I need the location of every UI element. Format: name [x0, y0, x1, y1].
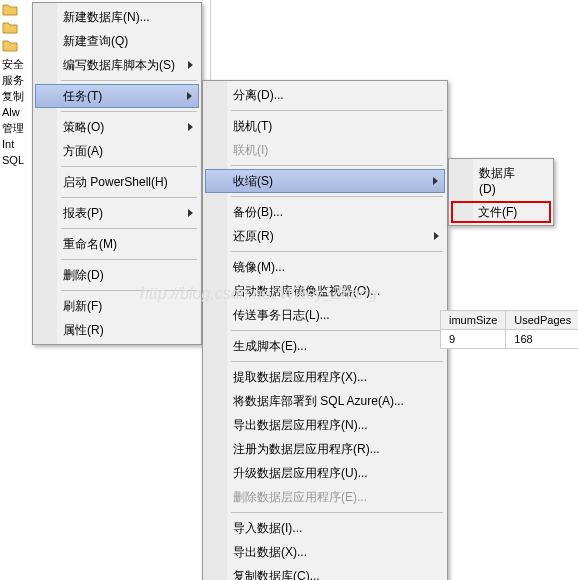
menu-separator — [231, 110, 443, 111]
context-menu-shrink: 数据库(D)文件(F) — [448, 158, 554, 226]
menu-item-import-data[interactable]: 导入数据(I)... — [205, 516, 445, 540]
menu-separator — [231, 361, 443, 362]
column-header[interactable]: imumSize — [441, 311, 506, 330]
menu-item-script-db[interactable]: 编写数据库脚本为(S) — [35, 53, 199, 77]
menu-item-export-data[interactable]: 导出数据(X)... — [205, 540, 445, 564]
submenu-arrow-icon — [434, 232, 439, 240]
menu-item-label: 导出数据层应用程序(N)... — [233, 418, 368, 432]
menu-item-facet[interactable]: 方面(A) — [35, 139, 199, 163]
menu-item-ship-log[interactable]: 传送事务日志(L)... — [205, 303, 445, 327]
menu-item-label: 备份(B)... — [233, 205, 283, 219]
menu-item-label: 数据库(D) — [479, 166, 515, 196]
menu-item-policy[interactable]: 策略(O) — [35, 115, 199, 139]
menu-separator — [61, 290, 197, 291]
menu-separator — [61, 166, 197, 167]
tree-node-label[interactable]: 安全 — [2, 56, 28, 72]
menu-item-deploy-azure[interactable]: 将数据库部署到 SQL Azure(A)... — [205, 389, 445, 413]
menu-item-label: 启动数据库镜像监视器(O)... — [233, 284, 380, 298]
menu-item-gen-script[interactable]: 生成脚本(E)... — [205, 334, 445, 358]
context-menu-tasks: 分离(D)...脱机(T)联机(I)收缩(S)备份(B)...还原(R)镜像(M… — [202, 80, 448, 580]
menu-item-label: 联机(I) — [233, 143, 268, 157]
menu-separator — [61, 111, 197, 112]
menu-separator — [231, 251, 443, 252]
menu-separator — [231, 165, 443, 166]
menu-item-offline[interactable]: 脱机(T) — [205, 114, 445, 138]
menu-item-shrink[interactable]: 收缩(S) — [205, 169, 445, 193]
menu-item-label: 启动 PowerShell(H) — [63, 175, 168, 189]
menu-item-label: 镜像(M)... — [233, 260, 285, 274]
menu-separator — [61, 228, 197, 229]
menu-item-new-query[interactable]: 新建查询(Q) — [35, 29, 199, 53]
menu-item-label: 复制数据库(C)... — [233, 569, 320, 580]
menu-item-backup[interactable]: 备份(B)... — [205, 200, 445, 224]
folder-icon — [2, 20, 18, 34]
table-cell: 168 — [506, 330, 578, 349]
menu-item-label: 升级数据层应用程序(U)... — [233, 466, 368, 480]
tree-node-label[interactable]: 服务 — [2, 72, 28, 88]
panel-divider — [210, 0, 211, 80]
menu-item-label: 收缩(S) — [233, 174, 273, 188]
menu-item-label: 导出数据(X)... — [233, 545, 307, 559]
menu-item-rename[interactable]: 重命名(M) — [35, 232, 199, 256]
menu-item-new-db[interactable]: 新建数据库(N)... — [35, 5, 199, 29]
folder-icon — [2, 38, 18, 52]
menu-item-detach[interactable]: 分离(D)... — [205, 83, 445, 107]
menu-item-label: 将数据库部署到 SQL Azure(A)... — [233, 394, 404, 408]
menu-item-copy-db[interactable]: 复制数据库(C)... — [205, 564, 445, 580]
menu-item-export-dac[interactable]: 导出数据层应用程序(N)... — [205, 413, 445, 437]
results-grid: imumSize UsedPages 9 168 — [440, 310, 578, 349]
tree-node-label[interactable]: Int — [2, 136, 28, 152]
menu-item-label: 任务(T) — [63, 89, 102, 103]
object-explorer-tree: 安全服务复制Alw管理IntSQL — [0, 0, 30, 160]
menu-item-reports[interactable]: 报表(P) — [35, 201, 199, 225]
menu-item-delete-dac: 删除数据层应用程序(E)... — [205, 485, 445, 509]
menu-separator — [231, 196, 443, 197]
menu-item-label: 新建查询(Q) — [63, 34, 128, 48]
tree-node-label[interactable]: 管理 — [2, 120, 28, 136]
menu-item-shrink-file[interactable]: 文件(F) — [451, 201, 551, 223]
menu-item-label: 编写数据库脚本为(S) — [63, 58, 175, 72]
menu-item-tasks[interactable]: 任务(T) — [35, 84, 199, 108]
menu-item-label: 导入数据(I)... — [233, 521, 302, 535]
menu-item-label: 生成脚本(E)... — [233, 339, 307, 353]
menu-item-label: 删除(D) — [63, 268, 104, 282]
menu-item-label: 注册为数据层应用程序(R)... — [233, 442, 380, 456]
context-menu-database: 新建数据库(N)...新建查询(Q)编写数据库脚本为(S)任务(T)策略(O)方… — [32, 2, 202, 345]
menu-item-label: 还原(R) — [233, 229, 274, 243]
menu-item-register-dac[interactable]: 注册为数据层应用程序(R)... — [205, 437, 445, 461]
menu-item-online: 联机(I) — [205, 138, 445, 162]
table-row[interactable]: 9 168 — [441, 330, 579, 349]
menu-item-label: 提取数据层应用程序(X)... — [233, 370, 367, 384]
menu-item-label: 方面(A) — [63, 144, 103, 158]
menu-item-shrink-db[interactable]: 数据库(D) — [451, 161, 551, 201]
menu-separator — [61, 197, 197, 198]
menu-item-label: 文件(F) — [478, 205, 517, 219]
menu-item-label: 报表(P) — [63, 206, 103, 220]
menu-item-label: 策略(O) — [63, 120, 104, 134]
menu-item-label: 脱机(T) — [233, 119, 272, 133]
submenu-arrow-icon — [188, 209, 193, 217]
menu-separator — [61, 259, 197, 260]
menu-item-upgrade-dac[interactable]: 升级数据层应用程序(U)... — [205, 461, 445, 485]
tree-node-label[interactable]: 复制 — [2, 88, 28, 104]
menu-item-mirror[interactable]: 镜像(M)... — [205, 255, 445, 279]
menu-item-refresh[interactable]: 刷新(F) — [35, 294, 199, 318]
submenu-arrow-icon — [187, 92, 192, 100]
menu-item-label: 删除数据层应用程序(E)... — [233, 490, 367, 504]
menu-item-delete[interactable]: 删除(D) — [35, 263, 199, 287]
tree-node-label[interactable]: SQL — [2, 152, 28, 168]
menu-separator — [231, 330, 443, 331]
menu-item-mirror-monitor[interactable]: 启动数据库镜像监视器(O)... — [205, 279, 445, 303]
menu-item-label: 新建数据库(N)... — [63, 10, 150, 24]
submenu-arrow-icon — [188, 123, 193, 131]
folder-icon — [2, 2, 18, 16]
column-header[interactable]: UsedPages — [506, 311, 578, 330]
menu-item-properties[interactable]: 属性(R) — [35, 318, 199, 342]
menu-item-powershell[interactable]: 启动 PowerShell(H) — [35, 170, 199, 194]
menu-item-restore[interactable]: 还原(R) — [205, 224, 445, 248]
table-cell: 9 — [441, 330, 506, 349]
menu-item-label: 刷新(F) — [63, 299, 102, 313]
tree-node-label[interactable]: Alw — [2, 104, 28, 120]
submenu-arrow-icon — [188, 61, 193, 69]
menu-item-extract-dac[interactable]: 提取数据层应用程序(X)... — [205, 365, 445, 389]
